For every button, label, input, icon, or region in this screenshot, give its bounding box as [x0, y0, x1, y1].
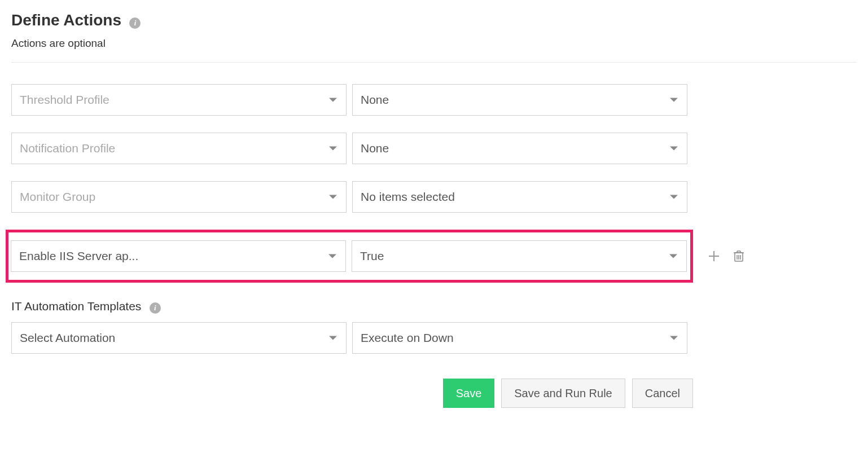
chevron-down-icon [329, 98, 337, 102]
action-row-monitor-group: Monitor Group No items selected [11, 181, 857, 213]
action-row-iis-highlighted: Enable IIS Server ap... True [11, 230, 857, 283]
iis-server-value-select[interactable]: True [352, 240, 687, 272]
chevron-down-icon [670, 336, 678, 340]
chevron-down-icon [329, 336, 337, 340]
chevron-down-icon [670, 195, 678, 199]
automation-trigger-select[interactable]: Execute on Down [352, 322, 687, 354]
save-button[interactable]: Save [443, 379, 495, 408]
automation-row: Select Automation Execute on Down [11, 322, 857, 354]
delete-icon[interactable] [730, 248, 747, 265]
select-label: True [360, 249, 384, 263]
select-label: No items selected [361, 190, 455, 204]
chevron-down-icon [329, 195, 337, 199]
iis-server-select[interactable]: Enable IIS Server ap... [11, 240, 346, 272]
chevron-down-icon [669, 254, 677, 258]
info-icon[interactable]: i [150, 302, 161, 314]
threshold-profile-value-select[interactable]: None [352, 84, 687, 116]
info-icon[interactable]: i [129, 17, 141, 29]
footer-buttons: Save Save and Run Rule Cancel [11, 379, 693, 408]
select-label: Enable IIS Server ap... [19, 249, 138, 263]
page-title: Define Actions [11, 11, 121, 29]
select-label: Select Automation [20, 331, 115, 345]
select-label: Monitor Group [20, 190, 95, 204]
notification-profile-value-select[interactable]: None [352, 133, 687, 164]
row-action-icons [705, 248, 747, 265]
monitor-group-select[interactable]: Monitor Group [11, 181, 347, 213]
monitor-group-value-select[interactable]: No items selected [352, 181, 687, 213]
page-subtitle: Actions are optional [11, 37, 857, 50]
save-and-run-button[interactable]: Save and Run Rule [501, 379, 625, 408]
select-label: Threshold Profile [20, 93, 109, 107]
chevron-down-icon [328, 254, 336, 258]
automation-section-label: IT Automation Templates [11, 300, 141, 313]
threshold-profile-select[interactable]: Threshold Profile [11, 84, 347, 116]
select-label: Notification Profile [20, 142, 115, 155]
chevron-down-icon [670, 98, 678, 102]
chevron-down-icon [329, 147, 337, 151]
automation-select[interactable]: Select Automation [11, 322, 347, 354]
select-label: None [361, 142, 389, 155]
add-icon[interactable] [705, 248, 722, 265]
cancel-button[interactable]: Cancel [632, 379, 693, 408]
notification-profile-select[interactable]: Notification Profile [11, 133, 347, 164]
select-label: None [361, 93, 389, 107]
trash-icon [733, 250, 744, 262]
chevron-down-icon [670, 147, 678, 151]
plus-icon [708, 250, 720, 262]
action-row-notification: Notification Profile None [11, 133, 857, 164]
highlight-frame: Enable IIS Server ap... True [6, 230, 693, 283]
divider [11, 62, 857, 63]
select-label: Execute on Down [361, 331, 454, 345]
action-row-threshold: Threshold Profile None [11, 84, 857, 116]
